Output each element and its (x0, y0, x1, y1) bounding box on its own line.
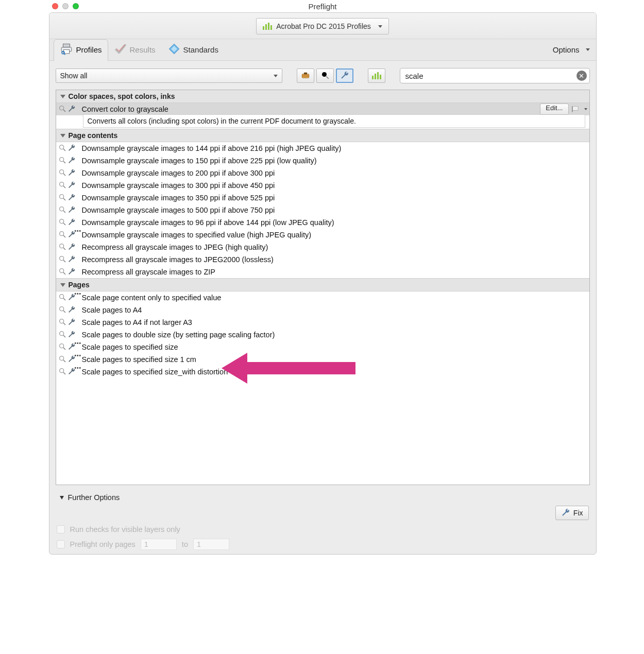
magnify-icon (58, 330, 66, 340)
profile-set-dropdown[interactable]: Acrobat Pro DC 2015 Profiles (256, 18, 389, 35)
fixup-label: Scale pages to A4 if not larger A3 (82, 318, 587, 326)
params-indicator-icon: ••• (75, 291, 82, 297)
params-indicator-icon: ••• (75, 228, 82, 234)
fixup-row[interactable]: Convert color to grayscaleEdit... (56, 103, 589, 115)
svg-point-28 (59, 343, 63, 348)
fixup-description: Converts all colors (including spot colo… (83, 114, 585, 128)
chevron-down-icon (60, 134, 65, 137)
tab-results: Results (108, 39, 162, 61)
fixup-row[interactable]: •••Scale pages to specified size_with di… (56, 366, 589, 378)
group-header[interactable]: Page contents (56, 129, 589, 142)
params-indicator-icon: ••• (75, 340, 82, 346)
magnify-icon (58, 367, 66, 377)
wrench-icon (67, 330, 76, 340)
fixup-label: Convert color to grayscale (82, 105, 538, 113)
params-indicator-icon: ••• (75, 365, 82, 371)
magnify-icon (58, 355, 66, 365)
fixup-row[interactable]: •••Downsample grayscale images to specif… (56, 229, 589, 241)
fixup-row[interactable]: Downsample grayscale images to 350 ppi i… (56, 192, 589, 204)
fixup-row[interactable]: Downsample grayscale images to 300 ppi i… (56, 179, 589, 192)
fixup-row[interactable]: Downsample grayscale images to 150 ppi i… (56, 154, 589, 167)
magnify-icon (58, 243, 66, 252)
chevron-down-icon (584, 108, 587, 110)
fixup-row[interactable]: Recompress all grayscale images to JPEG2… (56, 253, 589, 266)
search-input[interactable] (400, 68, 590, 83)
fixup-label: Recompress all grayscale images to ZIP (82, 268, 587, 276)
magnify-icon (58, 230, 66, 240)
tab-profiles-label: Profiles (76, 45, 102, 54)
svg-point-27 (59, 331, 63, 335)
svg-point-15 (59, 169, 63, 174)
tab-standards[interactable]: Standards (162, 39, 225, 61)
run-checks-label: Run checks for visible layers only (70, 525, 180, 533)
fixup-row[interactable]: Scale pages to double size (by setting p… (56, 329, 589, 341)
magnify-icon (58, 255, 66, 265)
page-from-input: 1 (141, 539, 177, 550)
chevron-down-icon (274, 75, 278, 77)
fixup-row[interactable]: Scale pages to A4 (56, 304, 589, 316)
fixup-row[interactable]: Recompress all grayscale images to ZIP (56, 266, 589, 278)
fixup-row[interactable]: •••Scale pages to specified size 1 cm (56, 353, 589, 366)
fixup-row[interactable]: Scale pages to A4 if not larger A3 (56, 316, 589, 329)
checkbox-icon (57, 525, 65, 533)
further-options-toggle[interactable]: Further Options (49, 488, 596, 502)
magnify-icon (58, 342, 66, 352)
group-header[interactable]: Color spaces, spot colors, inks (56, 90, 589, 103)
options-menu[interactable]: Options (553, 45, 590, 54)
fixups-list[interactable]: Color spaces, spot colors, inksConvert c… (56, 90, 590, 485)
library-button[interactable] (368, 68, 385, 83)
fixups-mode-button[interactable] (336, 68, 353, 83)
further-options-label: Further Options (68, 493, 120, 502)
fixup-row[interactable]: Downsample grayscale images to 96 ppi if… (56, 216, 589, 229)
wrench-icon (67, 181, 76, 191)
svg-point-17 (59, 194, 63, 198)
fixup-label: Scale page content only to specified val… (82, 294, 587, 302)
fixup-row[interactable]: Recompress all grayscale images to JPEG … (56, 241, 589, 253)
wrench-icon (67, 156, 76, 166)
toolbox-mode-button[interactable] (297, 68, 314, 83)
diamond-icon (168, 43, 180, 57)
flag-icon[interactable] (571, 105, 581, 114)
fixup-label: Downsample grayscale images to 350 ppi i… (82, 194, 587, 202)
svg-point-25 (59, 306, 63, 311)
filter-dropdown[interactable]: Show all (56, 68, 282, 83)
svg-point-23 (59, 268, 63, 272)
fixup-row[interactable]: •••Scale pages to specified size (56, 341, 589, 353)
svg-point-16 (59, 182, 63, 186)
group-title: Color spaces, spot colors, inks (69, 92, 175, 100)
svg-point-14 (59, 157, 63, 161)
check-icon (114, 43, 127, 57)
toolbox-icon (301, 71, 310, 81)
wrench-icon (67, 205, 76, 215)
edit-button[interactable]: Edit... (540, 104, 568, 115)
profile-set-label: Acrobat Pro DC 2015 Profiles (276, 22, 371, 30)
fixup-row[interactable]: Downsample grayscale images to 144 ppi i… (56, 142, 589, 154)
svg-point-30 (59, 368, 63, 372)
chevron-down-icon (60, 95, 65, 98)
fixup-row[interactable]: Downsample grayscale images to 500 ppi i… (56, 204, 589, 216)
clear-search-button[interactable]: ✕ (577, 71, 587, 81)
magnify-icon (58, 318, 66, 328)
options-label: Options (553, 45, 580, 54)
fixup-row[interactable]: •••Scale page content only to specified … (56, 291, 589, 304)
fixup-label: Recompress all grayscale images to JPEG … (82, 243, 587, 251)
to-label: to (182, 540, 188, 548)
inspect-mode-button[interactable] (316, 68, 334, 83)
fix-button[interactable]: Fix (555, 506, 589, 520)
preflight-window: Acrobat Pro DC 2015 Profiles Profiles Re… (49, 12, 597, 555)
fixup-label: Scale pages to double size (by setting p… (82, 331, 587, 339)
magnify-icon (58, 293, 66, 303)
magnify-icon (58, 144, 66, 153)
svg-point-11 (59, 106, 63, 110)
svg-point-26 (59, 319, 63, 323)
wrench-icon (67, 105, 76, 114)
group-header[interactable]: Pages (56, 278, 589, 291)
fixup-label: Scale pages to specified size 1 cm (82, 355, 587, 364)
wrench-icon (67, 318, 76, 328)
wrench-icon (67, 267, 76, 277)
svg-point-20 (59, 231, 63, 235)
tab-profiles[interactable]: Profiles (54, 39, 108, 61)
fixup-label: Recompress all grayscale images to JPEG2… (82, 255, 587, 264)
fixup-row[interactable]: Downsample grayscale images to 200 ppi i… (56, 167, 589, 179)
printer-icon (60, 42, 73, 57)
